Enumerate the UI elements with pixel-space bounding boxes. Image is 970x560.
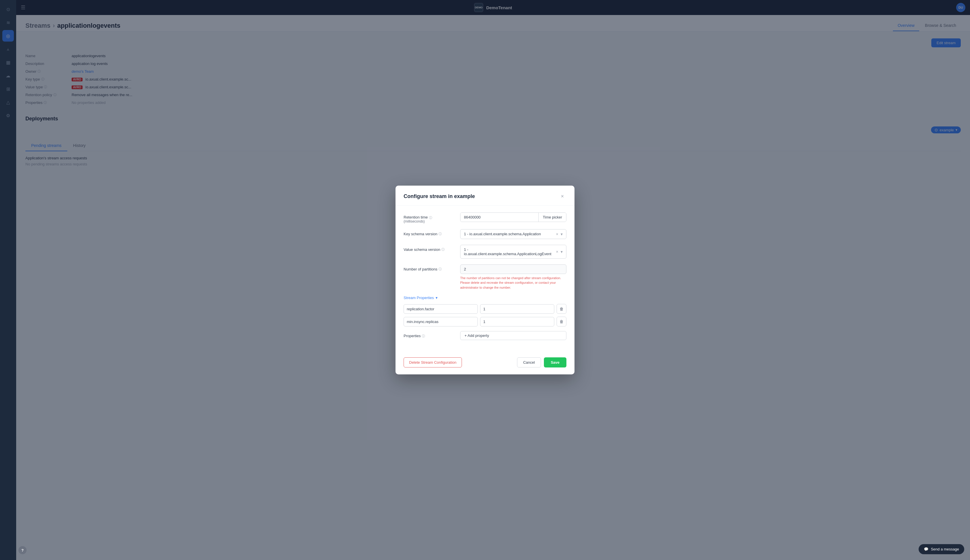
key-schema-row: Key schema version ⓘ 1 - io.axual.client… — [403, 229, 567, 239]
properties-fields: + Add property — [460, 331, 567, 340]
value-schema-row: Value schema version ⓘ 1 - io.axual.clie… — [403, 245, 567, 258]
save-button[interactable]: Save — [544, 357, 567, 367]
key-schema-control: 1 - io.axual.client.example.schema.Appli… — [460, 229, 567, 239]
stream-prop-row-0: 🗑 — [403, 304, 567, 314]
cancel-button[interactable]: Cancel — [517, 357, 541, 367]
retention-time-row: Retention time (milliseconds) ⓘ Time pic… — [403, 212, 567, 223]
key-schema-dropdown-icon[interactable]: ▾ — [561, 232, 563, 237]
stream-prop-val-0[interactable] — [480, 304, 554, 314]
stream-prop-key-1[interactable] — [403, 317, 478, 327]
add-property-button[interactable]: + Add property — [460, 331, 567, 340]
value-schema-info-icon: ⓘ — [442, 247, 445, 252]
value-schema-value: 1 - io.axual.client.example.schema.Appli… — [464, 247, 556, 256]
properties-row: Properties ⓘ + Add property — [403, 331, 567, 340]
partitions-label: Number of partitions ⓘ — [403, 264, 455, 271]
partitions-input — [460, 264, 567, 274]
retention-input-wrap: Time picker — [460, 212, 567, 222]
retention-info-icon: ⓘ — [429, 216, 432, 220]
stream-prop-delete-0[interactable]: 🗑 — [557, 304, 567, 314]
modal-close-button[interactable]: × — [558, 193, 567, 201]
partitions-control: The number of partitions can not be chan… — [460, 264, 567, 290]
send-message-button[interactable]: 💬 Send a message — [918, 544, 964, 554]
stream-prop-row-1: 🗑 — [403, 317, 567, 327]
modal-header: Configure stream in example × — [395, 186, 575, 205]
stream-prop-key-0[interactable] — [403, 304, 478, 314]
value-schema-dropdown-icon[interactable]: ▾ — [561, 249, 563, 254]
stream-props-chevron-icon: ▾ — [436, 296, 438, 300]
modal-footer: Delete Stream Configuration Cancel Save — [395, 353, 575, 374]
value-schema-control: 1 - io.axual.client.example.schema.Appli… — [460, 245, 567, 258]
configure-stream-modal: Configure stream in example × Retention … — [395, 186, 575, 375]
key-schema-info-icon: ⓘ — [438, 232, 442, 236]
properties-label: Properties ⓘ — [403, 331, 455, 338]
modal-title: Configure stream in example — [403, 193, 475, 200]
modal-body: Retention time (milliseconds) ⓘ Time pic… — [395, 205, 575, 353]
key-schema-select[interactable]: 1 - io.axual.client.example.schema.Appli… — [460, 229, 567, 239]
key-schema-value: 1 - io.axual.client.example.schema.Appli… — [464, 232, 556, 236]
partitions-info-icon: ⓘ — [438, 267, 442, 271]
stream-prop-val-1[interactable] — [480, 317, 554, 327]
properties-label-icon: ⓘ — [422, 334, 425, 338]
stream-properties-list: 🗑 🗑 — [403, 304, 567, 327]
partitions-row: Number of partitions ⓘ The number of par… — [403, 264, 567, 290]
retention-time-input[interactable] — [460, 213, 538, 222]
footer-actions: Cancel Save — [517, 357, 567, 367]
help-button[interactable]: ? — [18, 546, 27, 554]
delete-stream-config-button[interactable]: Delete Stream Configuration — [403, 357, 462, 367]
value-schema-select[interactable]: 1 - io.axual.client.example.schema.Appli… — [460, 245, 567, 258]
stream-properties-toggle[interactable]: Stream Properties ▾ — [403, 296, 567, 300]
retention-time-control: Time picker — [460, 212, 567, 222]
modal-overlay[interactable]: Configure stream in example × Retention … — [0, 0, 970, 560]
value-schema-clear-icon[interactable]: × — [556, 249, 558, 254]
partitions-warning: The number of partitions can not be chan… — [460, 276, 567, 290]
value-schema-label: Value schema version ⓘ — [403, 245, 455, 252]
time-picker-button[interactable]: Time picker — [538, 213, 566, 222]
retention-time-label: Retention time (milliseconds) ⓘ — [403, 212, 455, 223]
stream-prop-delete-1[interactable]: 🗑 — [557, 317, 567, 327]
key-schema-label: Key schema version ⓘ — [403, 229, 455, 236]
key-schema-clear-icon[interactable]: × — [556, 232, 558, 237]
chat-icon: 💬 — [924, 547, 928, 551]
